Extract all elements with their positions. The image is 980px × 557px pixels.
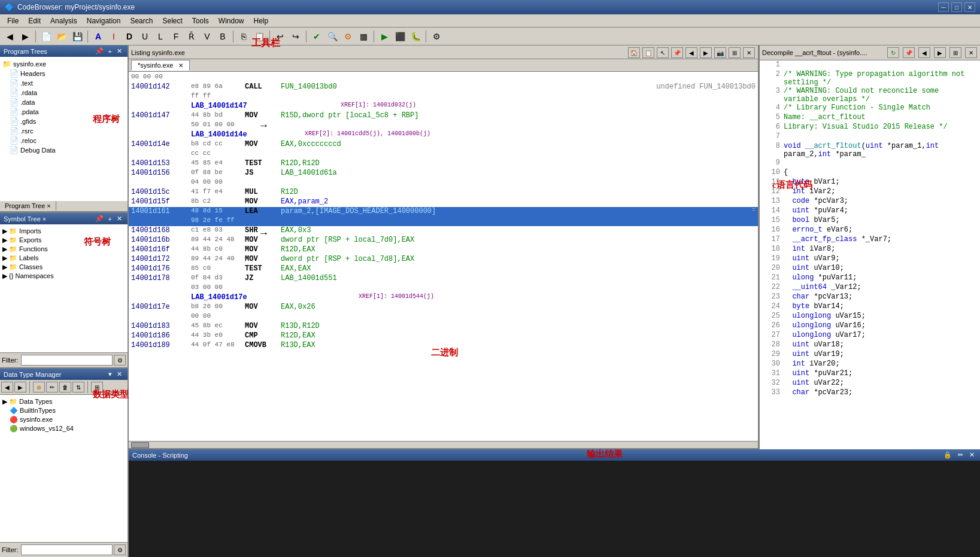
tree-item-data[interactable]: 📄 .data	[10, 98, 125, 107]
listing-tab-sysinfo[interactable]: *sysinfo.exe ✕	[131, 60, 190, 71]
tab-program-tree[interactable]: Program Tree ×	[0, 201, 56, 211]
decompile-prev[interactable]: ◀	[918, 47, 930, 58]
symbol-tree-close[interactable]: ✕	[115, 215, 124, 223]
toolbar-btn7[interactable]: R̄	[184, 29, 199, 44]
dtm-pin[interactable]: ▾	[107, 370, 114, 378]
code-line-selected[interactable]: 14001d161 48 8d 15 LEA param_2,[IMAGE_DO…	[129, 207, 758, 217]
listing-close[interactable]: ✕	[743, 47, 755, 58]
menu-edit[interactable]: Edit	[23, 16, 45, 26]
dtm-delete[interactable]: 🗑	[59, 382, 71, 392]
code-line-label[interactable]: LAB_14001d147 XREF[1]: 14001d032(j)	[129, 102, 758, 111]
code-line[interactable]: 14001d15c 41 f7 e4 MUL R12D	[129, 188, 758, 197]
code-line[interactable]: 04 00 00	[129, 178, 758, 188]
decompile-next[interactable]: ▶	[934, 47, 946, 58]
code-line[interactable]: 14001d186 44 3b e0 CMP R12D,EAX	[129, 331, 758, 341]
listing-hscroll[interactable]	[129, 441, 758, 448]
dtm-edit[interactable]: ✏	[46, 382, 58, 392]
toolbar-btn6[interactable]: F	[169, 29, 183, 44]
dtm-filter-input[interactable]	[21, 544, 113, 555]
dtm-builtin-types[interactable]: 🔷 BuiltInTypes	[10, 406, 125, 415]
toolbar-analyze[interactable]: A	[91, 29, 105, 44]
listing-cursor[interactable]: ↖	[657, 47, 669, 58]
menu-select[interactable]: Select	[157, 16, 187, 26]
symbol-filter-input[interactable]	[21, 355, 113, 366]
program-trees-new[interactable]: +	[107, 47, 114, 55]
symbol-labels[interactable]: ▶ 📁 Labels	[2, 254, 125, 263]
dtm-close[interactable]: ✕	[115, 370, 124, 378]
tree-item-debug[interactable]: 📄 Debug Data	[10, 145, 125, 155]
toolbar-paste[interactable]: ⎘	[236, 29, 251, 44]
tree-item-headers[interactable]: 📄 Headers	[10, 69, 125, 78]
code-line[interactable]: 14001d15f 8b c2 MOV EAX,param_2	[129, 197, 758, 207]
hscroll-thumb[interactable]	[131, 442, 149, 448]
toolbar-debug[interactable]: 🐛	[408, 29, 423, 44]
code-line[interactable]: 14001d156 0f 88 be JS LAB_14001d61a	[129, 169, 758, 178]
dtm-add[interactable]: ⊕	[33, 382, 45, 392]
dtm-layout[interactable]: ⊞	[91, 382, 103, 392]
dtm-forward[interactable]: ▶	[14, 382, 26, 392]
listing-layout[interactable]: ⊞	[729, 47, 741, 58]
toolbar-redo[interactable]: ↪	[289, 29, 303, 44]
code-line[interactable]: 14001d17e b8 26 00 MOV EAX,0x26	[129, 303, 758, 312]
code-line[interactable]: 14001d176 85 c0 TEST EAX,EAX	[129, 264, 758, 274]
code-line[interactable]: 14001d172 89 44 24 40 MOV dword ptr [RSP…	[129, 255, 758, 264]
menu-tools[interactable]: Tools	[187, 16, 214, 26]
console-close[interactable]: ✕	[967, 451, 976, 459]
decompile-content[interactable]: 1 2/* WARNING: Type propagation algorith…	[760, 60, 980, 449]
toolbar-func[interactable]: ⚙	[341, 29, 355, 44]
symbol-tree-pin[interactable]: 📌	[93, 215, 105, 223]
menu-help[interactable]: Help	[249, 16, 274, 26]
tree-item-reloc[interactable]: 📄 .reloc	[10, 136, 125, 145]
toolbar-search[interactable]: 🔍	[325, 29, 339, 44]
code-line[interactable]: 00 00 00	[129, 73, 758, 83]
toolbar-forward[interactable]: ▶	[18, 29, 32, 44]
decompile-pin[interactable]: 📌	[903, 47, 915, 58]
decompile-layout[interactable]: ⊞	[949, 47, 961, 58]
dtm-back[interactable]: ◀	[1, 382, 13, 392]
decompile-close[interactable]: ✕	[965, 47, 977, 58]
listing-copy2[interactable]: 📋	[642, 47, 654, 58]
minimize-button[interactable]: ─	[938, 2, 949, 12]
toolbar-open[interactable]: 📂	[54, 29, 69, 44]
tree-item-rdata[interactable]: 📄 .rdata	[10, 88, 125, 98]
program-trees-pin[interactable]: 📌	[93, 47, 105, 55]
dtm-filter-button[interactable]: ⚙	[114, 544, 126, 555]
code-line[interactable]: 14001d142 e8 89 6a CALL FUN_140013bd0 un…	[129, 83, 758, 92]
console-edit[interactable]: ✏	[956, 451, 965, 459]
menu-search[interactable]: Search	[125, 16, 157, 26]
toolbar-grid[interactable]: ▦	[356, 29, 371, 44]
console-content[interactable]	[129, 461, 980, 557]
listing-next[interactable]: ▶	[700, 47, 712, 58]
dtm-sort[interactable]: ⇅	[72, 382, 84, 392]
toolbar-check[interactable]: ✔	[310, 29, 324, 44]
tree-item-pdata[interactable]: 📄 .pdata	[10, 107, 125, 117]
listing-prev[interactable]: ◀	[685, 47, 697, 58]
code-line[interactable]: 14001d183 45 8b ec MOV R13D,R12D	[129, 322, 758, 331]
symbol-classes[interactable]: ▶ 📁 Classes	[2, 263, 125, 272]
symbol-namespaces[interactable]: ▶ {} Namespaces	[2, 272, 125, 281]
symbol-tree-new[interactable]: +	[107, 215, 114, 223]
dtm-windows[interactable]: 🟢 windows_vs12_64	[10, 424, 125, 433]
symbol-filter-button[interactable]: ⚙	[114, 355, 126, 366]
tree-item-text[interactable]: 📄 .text	[10, 78, 125, 88]
dtm-data-types[interactable]: ▶ 📁 Data Types	[2, 397, 125, 406]
listing-content[interactable]: → → 00 00 00 14001d142 e8 89 6a CALL FUN…	[129, 72, 758, 441]
menu-window[interactable]: Window	[214, 16, 249, 26]
code-line[interactable]: 14001d153 45 85 e4 TEST R12D,R12D	[129, 159, 758, 169]
tree-item-gfids[interactable]: 📄 .gfids	[10, 117, 125, 126]
listing-tab-close[interactable]: ✕	[178, 62, 183, 69]
close-button[interactable]: ✕	[964, 2, 975, 12]
code-line[interactable]: 14001d168 c1 e8 03 SHR EAX,0x3	[129, 226, 758, 236]
code-line-selected2[interactable]: 98 2e fe ff	[129, 217, 758, 226]
toolbar-save[interactable]: 💾	[70, 29, 84, 44]
listing-camera[interactable]: 📷	[714, 47, 726, 58]
toolbar-copy[interactable]: 📋	[252, 29, 266, 44]
code-line-label[interactable]: LAB_14001d17e XREF[1]: 14001d544(j)	[129, 293, 758, 303]
symbol-functions[interactable]: ▶ 📁 Functions	[2, 245, 125, 254]
menu-file[interactable]: File	[2, 16, 23, 26]
decompile-refresh[interactable]: ↻	[887, 47, 899, 58]
menu-navigation[interactable]: Navigation	[82, 16, 126, 26]
symbol-imports[interactable]: ▶ 📁 Imports	[2, 227, 125, 236]
tree-item-sysinfo[interactable]: 📁 sysinfo.exe	[2, 59, 125, 69]
toolbar-btn2[interactable]: I	[107, 29, 121, 44]
